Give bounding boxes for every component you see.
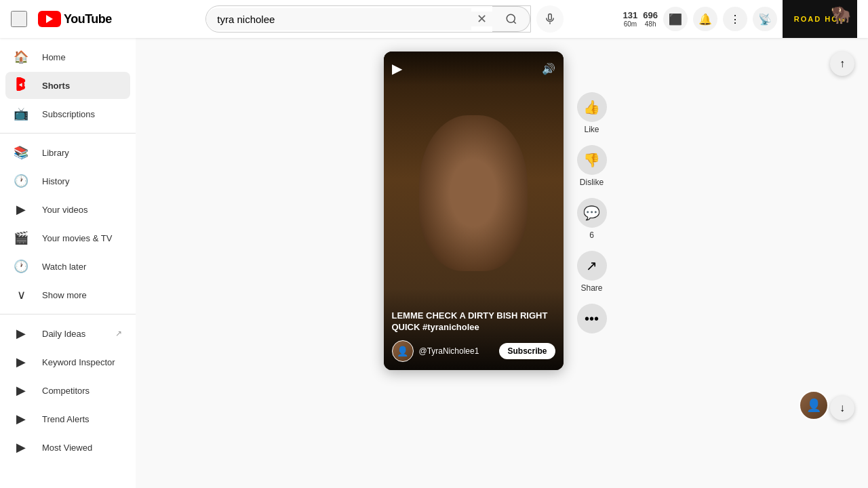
- video-player[interactable]: ▶ 🔊 LEMME CHECK A DIRTY BISH RIGHT QUICK…: [384, 52, 564, 370]
- sidebar-item-shorts[interactable]: Shorts: [5, 72, 130, 99]
- video-channel-row: 👤 @TyraNicholee1 Subscribe: [392, 340, 555, 362]
- main-content: ▶ 🔊 LEMME CHECK A DIRTY BISH RIGHT QUICK…: [136, 38, 868, 488]
- like-icon: 👍: [577, 92, 607, 122]
- your-videos-icon: ▶: [14, 202, 28, 217]
- comment-count: 6: [589, 230, 594, 240]
- sidebar-label-history: History: [42, 176, 69, 186]
- svg-rect-2: [549, 14, 552, 20]
- sidebar-divider-2: [0, 314, 136, 314]
- dislike-button[interactable]: 👎 Dislike: [577, 145, 607, 187]
- search-input[interactable]: [206, 8, 471, 30]
- sidebar-item-history[interactable]: 🕐 History: [5, 167, 130, 195]
- sidebar-label-most-viewed: Most Viewed: [42, 443, 92, 453]
- sidebar-label-watch-later: Watch later: [42, 262, 86, 272]
- stat-48h-label: 48h: [645, 20, 656, 28]
- notifications-icon-btn[interactable]: 🔔: [693, 7, 717, 31]
- sidebar-label-daily-ideas: Daily Ideas: [42, 329, 85, 339]
- sidebar-label-trend-alerts: Trend Alerts: [42, 414, 90, 424]
- stat-60m-value: 131: [623, 10, 638, 20]
- shorts-icon: [14, 77, 28, 94]
- sidebar-item-daily-ideas[interactable]: ▶ Daily Ideas ↗: [5, 320, 130, 347]
- channel-avatar[interactable]: 👤: [392, 340, 414, 362]
- subscriptions-icon: 📺: [14, 106, 28, 121]
- sidebar-item-trend-alerts[interactable]: ▶ Trend Alerts: [5, 405, 130, 432]
- share-label: Share: [580, 283, 602, 293]
- video-overlay-top: ▶ 🔊: [384, 52, 564, 85]
- hamburger-menu[interactable]: [11, 11, 27, 27]
- sidebar-item-your-videos[interactable]: ▶ Your videos: [5, 196, 130, 223]
- youtube-logo[interactable]: YouTube: [38, 11, 112, 27]
- like-button[interactable]: 👍 Like: [577, 92, 607, 134]
- daily-ideas-icon: ▶: [14, 326, 28, 341]
- sidebar-label-home: Home: [42, 52, 66, 62]
- like-label: Like: [584, 125, 599, 134]
- sidebar-label-subscriptions: Subscriptions: [42, 109, 95, 119]
- most-viewed-icon: ▶: [14, 440, 28, 455]
- stat-60m-label: 60m: [624, 20, 637, 28]
- search-bar: ✕: [205, 5, 531, 33]
- sidebar-label-your-videos: Your videos: [42, 205, 87, 215]
- side-thumbnail: 👤: [799, 390, 829, 420]
- header-stat-60m: 131 60m: [623, 10, 638, 28]
- header: YouTube ✕ 131 60m 696 48h ⬛ 🔔: [0, 0, 868, 38]
- more-button[interactable]: •••: [577, 304, 607, 333]
- sidebar-item-your-movies[interactable]: 🎬 Your movies & TV: [5, 224, 130, 251]
- play-button[interactable]: ▶: [392, 60, 402, 77]
- sidebar-item-competitors[interactable]: ▶ Competitors: [5, 377, 130, 404]
- stat-48h-value: 696: [643, 10, 658, 20]
- header-left: YouTube: [11, 11, 146, 27]
- search-clear-icon[interactable]: ✕: [471, 12, 492, 26]
- sidebar-item-subscriptions[interactable]: 📺 Subscriptions: [5, 100, 130, 127]
- channel-name: @TyraNicholee1: [419, 346, 479, 356]
- sidebar-label-keyword-inspector: Keyword Inspector: [42, 357, 115, 367]
- keyword-inspector-icon: ▶: [14, 354, 28, 369]
- share-icon: ↗: [577, 251, 607, 281]
- external-link-icon: ↗: [115, 329, 122, 338]
- sidebar-label-your-movies: Your movies & TV: [42, 233, 112, 243]
- home-icon: 🏠: [14, 49, 28, 64]
- sidebar-item-home[interactable]: 🏠 Home: [5, 43, 130, 70]
- mic-button[interactable]: [536, 5, 564, 33]
- share-button[interactable]: ↗ Share: [577, 251, 607, 293]
- roadhog-logo[interactable]: ROAD HOG 🦬: [783, 0, 857, 38]
- sidebar-item-watch-later[interactable]: 🕐 Watch later: [5, 253, 130, 280]
- cast-icon-btn[interactable]: 📡: [753, 7, 777, 31]
- trend-alerts-icon: ▶: [14, 411, 28, 426]
- subscribe-button[interactable]: Subscribe: [499, 343, 555, 359]
- bison-icon: 🦬: [831, 5, 852, 24]
- svg-line-1: [513, 21, 515, 23]
- youtube-logo-icon: [38, 11, 61, 27]
- sidebar: 🏠 Home Shorts 📺 Subscriptions 📚 Library …: [0, 38, 136, 488]
- svg-point-0: [507, 14, 515, 22]
- sidebar-label-show-more: Show more: [42, 290, 87, 300]
- video-actions: 👍 Like 👎 Dislike 💬 6 ↗ Share •••: [564, 52, 620, 333]
- youtube-logo-text: YouTube: [64, 12, 112, 26]
- comments-button[interactable]: 💬 6: [577, 198, 607, 240]
- studio-icon-btn[interactable]: ⬛: [663, 7, 688, 31]
- nav-up-button[interactable]: ↑: [830, 52, 854, 76]
- sidebar-label-library: Library: [42, 148, 69, 158]
- sidebar-item-most-viewed[interactable]: ▶ Most Viewed: [5, 434, 130, 461]
- shorts-container: ▶ 🔊 LEMME CHECK A DIRTY BISH RIGHT QUICK…: [384, 52, 620, 370]
- video-caption: LEMME CHECK A DIRTY BISH RIGHT QUICK #ty…: [392, 310, 555, 333]
- nav-down-button[interactable]: ↓: [830, 396, 854, 420]
- dislike-icon: 👎: [577, 145, 607, 175]
- watch-later-icon: 🕐: [14, 259, 28, 274]
- video-face-silhouette: [419, 115, 528, 271]
- dislike-label: Dislike: [580, 178, 604, 187]
- volume-icon[interactable]: 🔊: [542, 62, 555, 75]
- video-overlay-bottom: LEMME CHECK A DIRTY BISH RIGHT QUICK #ty…: [384, 289, 564, 370]
- sidebar-item-library[interactable]: 📚 Library: [5, 139, 130, 166]
- competitors-icon: ▶: [14, 383, 28, 398]
- library-icon: 📚: [14, 145, 28, 160]
- header-center: ✕: [146, 5, 623, 33]
- header-right: 131 60m 696 48h ⬛ 🔔 ⋮ 📡 ROAD HOG 🦬: [623, 0, 857, 38]
- header-stat-48h: 696 48h: [643, 10, 658, 28]
- show-more-icon: ∨: [14, 287, 28, 302]
- sidebar-item-keyword-inspector[interactable]: ▶ Keyword Inspector: [5, 348, 130, 375]
- search-button[interactable]: [492, 6, 530, 32]
- sidebar-item-show-more[interactable]: ∨ Show more: [5, 281, 130, 308]
- sidebar-divider-1: [0, 133, 136, 134]
- sidebar-label-competitors: Competitors: [42, 386, 90, 396]
- menu-dots-btn[interactable]: ⋮: [723, 7, 747, 31]
